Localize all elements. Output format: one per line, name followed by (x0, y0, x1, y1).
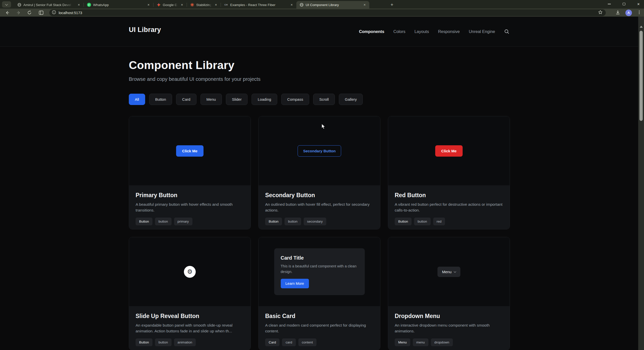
scrollbar-thumb[interactable] (639, 31, 643, 121)
card-title: Secondary Button (265, 192, 374, 199)
tab-close-icon[interactable]: ✕ (363, 3, 367, 7)
page-viewport: UI Library Components Colors Layouts Res… (0, 17, 638, 350)
tag: secondary (304, 218, 326, 225)
tag: Card (265, 338, 279, 346)
tab-whatsapp[interactable]: ✆ WhatsApp ✕ (84, 1, 153, 9)
tab-google[interactable]: Google G ✕ (153, 1, 187, 9)
tab-ui-component-library[interactable]: UI Component Library ✕ (296, 1, 369, 9)
card-info: Red Button A vibrant red button perfect … (388, 185, 510, 229)
component-card-red-button[interactable]: Click Me Red Button A vibrant red button… (388, 116, 510, 229)
scrollbar-up-arrow-icon[interactable] (640, 26, 643, 28)
tab-title: Google G (163, 3, 178, 7)
filter-slider[interactable]: Slider (226, 94, 248, 105)
filter-scroll[interactable]: Scroll (313, 94, 335, 105)
main-content: Component Library Browse and copy beauti… (129, 47, 515, 350)
close-button[interactable]: ✕ (636, 2, 641, 7)
demo-card: Card Title This is a beautiful card comp… (274, 248, 365, 295)
component-card-primary-button[interactable]: Click Me Primary Button A beautiful prim… (129, 116, 251, 229)
filter-all[interactable]: All (129, 94, 145, 105)
site-nav: Components Colors Layouts Responsive Unr… (359, 17, 509, 47)
page-subtitle: Browse and copy beautiful UI components … (129, 76, 515, 82)
tab-close-icon[interactable]: ✕ (180, 3, 184, 7)
learn-more-button[interactable]: Learn More (281, 279, 309, 288)
tab-search-button[interactable] (2, 1, 11, 8)
tab-examples[interactable]: CH Examples - React Three Fiber ✕ (221, 1, 296, 9)
card-info: Slide Up Reveal Button An expandable but… (129, 306, 251, 350)
nav-colors[interactable]: Colors (393, 29, 406, 34)
profile-avatar[interactable]: A (625, 10, 632, 16)
card-info: Secondary Button An outlined button with… (259, 185, 380, 229)
filter-menu[interactable]: Menu (200, 94, 222, 105)
primary-button-demo[interactable]: Click Me (176, 145, 204, 157)
side-panel-button[interactable] (38, 10, 44, 16)
filter-button[interactable]: Button (149, 94, 172, 105)
card-preview: Click Me (129, 116, 251, 185)
chevron-down-icon (454, 270, 456, 273)
minimize-button[interactable] (607, 2, 612, 7)
filter-loading[interactable]: Loading (252, 94, 277, 105)
component-card-slide-up-reveal-button[interactable]: ⚙ Slide Up Reveal Button An expandable b… (129, 237, 251, 350)
forward-button[interactable] (16, 10, 22, 16)
nav-components[interactable]: Components (359, 29, 384, 34)
card-preview: Click Me (388, 116, 510, 185)
page-title: Component Library (129, 59, 515, 72)
tab-close-icon[interactable]: ✕ (77, 3, 81, 7)
gear-button-demo[interactable]: ⚙ (184, 266, 196, 278)
tag: animation (174, 338, 196, 346)
card-description: A beautiful primary button with hover ef… (136, 201, 244, 213)
card-description: An expandable button panel with smooth s… (136, 322, 244, 334)
component-card-basic-card[interactable]: Card Title This is a beautiful card comp… (258, 237, 380, 350)
tag: button (155, 338, 172, 346)
component-card-secondary-button[interactable]: Secondary Button Secondary Button An out… (258, 116, 380, 229)
nav-unreal-engine[interactable]: Unreal Engine (469, 29, 495, 34)
globe-favicon-icon (299, 3, 304, 7)
tag: button (414, 218, 431, 225)
card-preview: Secondary Button (259, 116, 380, 185)
bookmark-star-icon[interactable] (598, 10, 603, 16)
url-text[interactable]: localhost:5173 (59, 11, 598, 15)
address-bar[interactable]: localhost:5173 (49, 9, 606, 16)
filter-compass[interactable]: Compass (281, 94, 309, 105)
filter-card[interactable]: Card (176, 94, 196, 105)
card-tags: Button button animation (136, 338, 244, 346)
browser-menu-button[interactable] (637, 10, 641, 16)
tab-close-icon[interactable]: ✕ (214, 3, 218, 7)
nav-layouts[interactable]: Layouts (414, 29, 429, 34)
card-tags: Button button secondary (265, 218, 374, 225)
nav-responsive[interactable]: Responsive (438, 29, 460, 34)
back-button[interactable] (4, 10, 10, 16)
site-brand[interactable]: UI Library (129, 26, 161, 34)
card-description: A vibrant red button perfect for destruc… (395, 201, 503, 213)
tab-stabilizing[interactable]: Stabilizing ✕ (187, 1, 221, 9)
gemini-favicon-icon (156, 3, 161, 7)
tab-title: UI Component Library (306, 3, 360, 7)
red-button-demo[interactable]: Click Me (435, 145, 463, 157)
gear-icon: ⚙ (187, 268, 193, 275)
tab-title: Amirul | Senior Full Stack Devel (23, 3, 75, 7)
component-card-dropdown-menu[interactable]: Menu Dropdown Menu An interactive dropdo… (388, 237, 510, 350)
starburst-favicon-icon (190, 3, 194, 7)
downloads-button[interactable] (615, 10, 620, 16)
whatsapp-favicon-icon: ✆ (87, 3, 91, 7)
tab-amirul[interactable]: Amirul | Senior Full Stack Devel ✕ (14, 1, 84, 9)
reload-button[interactable] (26, 10, 32, 16)
tag: button (155, 218, 172, 225)
menu-dropdown-demo[interactable]: Menu (437, 267, 460, 277)
site-info-icon[interactable] (52, 10, 56, 15)
chevron-down-icon (5, 3, 8, 5)
maximize-button[interactable] (621, 2, 626, 7)
filter-gallery[interactable]: Gallery (339, 94, 363, 105)
tab-close-icon[interactable]: ✕ (146, 3, 151, 7)
tag: Button (265, 218, 282, 225)
new-tab-button[interactable]: + (389, 2, 395, 8)
tag: Button (395, 218, 412, 225)
demo-card-text: This is a beautiful card component with … (281, 264, 359, 275)
card-tags: Button button red (395, 218, 503, 225)
page-scrollbar[interactable] (638, 17, 644, 350)
mouse-cursor (321, 124, 327, 131)
secondary-button-demo[interactable]: Secondary Button (298, 145, 341, 157)
tag: content (298, 338, 316, 346)
search-icon[interactable] (504, 29, 509, 34)
tab-close-icon[interactable]: ✕ (290, 3, 294, 7)
tab-title: Stabilizing (196, 3, 212, 7)
